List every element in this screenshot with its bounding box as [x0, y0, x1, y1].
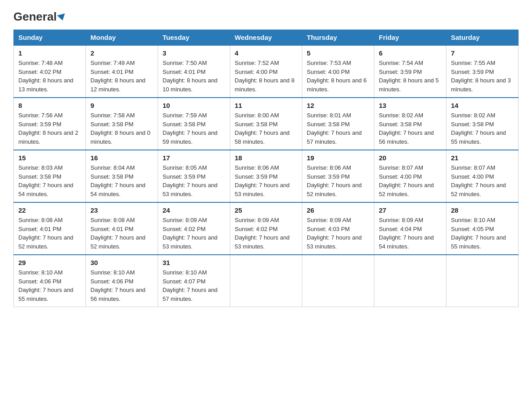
day-cell: 25Sunrise: 8:09 AMSunset: 4:02 PMDayligh…: [230, 202, 302, 255]
day-cell: 8Sunrise: 7:56 AMSunset: 3:59 PMDaylight…: [14, 98, 86, 150]
day-info: Sunrise: 8:09 AMSunset: 4:02 PMDaylight:…: [163, 216, 225, 251]
day-info: Sunrise: 8:02 AMSunset: 3:58 PMDaylight:…: [379, 111, 442, 146]
day-cell: 13Sunrise: 8:02 AMSunset: 3:58 PMDayligh…: [374, 98, 446, 150]
day-number: 4: [235, 49, 297, 57]
day-cell: [230, 255, 302, 307]
day-cell: 18Sunrise: 8:06 AMSunset: 3:59 PMDayligh…: [230, 150, 302, 202]
day-info: Sunrise: 7:50 AMSunset: 4:01 PMDaylight:…: [163, 59, 225, 94]
day-number: 30: [90, 259, 153, 266]
day-info: Sunrise: 8:00 AMSunset: 3:58 PMDaylight:…: [235, 111, 297, 146]
day-info: Sunrise: 8:08 AMSunset: 4:01 PMDaylight:…: [90, 216, 153, 251]
logo-triangle-icon: [57, 13, 66, 21]
day-cell: 26Sunrise: 8:09 AMSunset: 4:03 PMDayligh…: [302, 202, 374, 255]
day-info: Sunrise: 7:56 AMSunset: 3:59 PMDaylight:…: [18, 111, 81, 146]
day-info: Sunrise: 7:48 AMSunset: 4:02 PMDaylight:…: [18, 59, 81, 94]
day-number: 17: [163, 154, 225, 162]
day-info: Sunrise: 7:54 AMSunset: 3:59 PMDaylight:…: [379, 59, 442, 94]
logo: General: [13, 11, 66, 22]
day-info: Sunrise: 8:10 AMSunset: 4:06 PMDaylight:…: [18, 268, 81, 303]
column-header-saturday: Saturday: [446, 30, 519, 46]
day-cell: 10Sunrise: 7:59 AMSunset: 3:58 PMDayligh…: [158, 98, 230, 150]
day-cell: 29Sunrise: 8:10 AMSunset: 4:06 PMDayligh…: [14, 255, 86, 307]
day-cell: 27Sunrise: 8:09 AMSunset: 4:04 PMDayligh…: [374, 202, 446, 255]
day-cell: 23Sunrise: 8:08 AMSunset: 4:01 PMDayligh…: [86, 202, 158, 255]
day-info: Sunrise: 8:09 AMSunset: 4:04 PMDaylight:…: [379, 216, 442, 251]
column-header-monday: Monday: [86, 30, 158, 46]
day-info: Sunrise: 7:58 AMSunset: 3:58 PMDaylight:…: [90, 111, 153, 146]
day-info: Sunrise: 8:09 AMSunset: 4:02 PMDaylight:…: [235, 216, 297, 251]
day-number: 19: [307, 154, 369, 162]
day-number: 9: [90, 102, 153, 109]
day-info: Sunrise: 7:52 AMSunset: 4:00 PMDaylight:…: [235, 59, 297, 94]
day-cell: [302, 255, 374, 307]
day-info: Sunrise: 8:04 AMSunset: 3:58 PMDaylight:…: [90, 163, 153, 198]
day-info: Sunrise: 8:09 AMSunset: 4:03 PMDaylight:…: [307, 216, 369, 251]
day-number: 21: [451, 154, 514, 162]
week-row-4: 22Sunrise: 8:08 AMSunset: 4:01 PMDayligh…: [14, 202, 519, 255]
day-cell: 1Sunrise: 7:48 AMSunset: 4:02 PMDaylight…: [14, 45, 86, 98]
day-number: 18: [235, 154, 297, 162]
day-cell: 2Sunrise: 7:49 AMSunset: 4:01 PMDaylight…: [86, 45, 158, 98]
day-info: Sunrise: 8:10 AMSunset: 4:07 PMDaylight:…: [163, 268, 225, 303]
day-info: Sunrise: 8:05 AMSunset: 3:59 PMDaylight:…: [163, 163, 225, 198]
day-number: 27: [379, 206, 442, 214]
day-info: Sunrise: 8:06 AMSunset: 3:59 PMDaylight:…: [235, 163, 297, 198]
day-number: 7: [451, 49, 514, 57]
day-cell: 30Sunrise: 8:10 AMSunset: 4:06 PMDayligh…: [86, 255, 158, 307]
day-cell: 21Sunrise: 8:07 AMSunset: 4:00 PMDayligh…: [446, 150, 519, 202]
day-number: 3: [163, 49, 225, 57]
day-info: Sunrise: 8:10 AMSunset: 4:06 PMDaylight:…: [90, 268, 153, 303]
day-cell: 17Sunrise: 8:05 AMSunset: 3:59 PMDayligh…: [158, 150, 230, 202]
day-cell: 28Sunrise: 8:10 AMSunset: 4:05 PMDayligh…: [446, 202, 519, 255]
day-info: Sunrise: 7:55 AMSunset: 3:59 PMDaylight:…: [451, 59, 514, 94]
day-number: 10: [163, 102, 225, 109]
day-cell: 31Sunrise: 8:10 AMSunset: 4:07 PMDayligh…: [158, 255, 230, 307]
week-row-1: 1Sunrise: 7:48 AMSunset: 4:02 PMDaylight…: [14, 45, 519, 98]
day-cell: 15Sunrise: 8:03 AMSunset: 3:58 PMDayligh…: [14, 150, 86, 202]
day-number: 11: [235, 102, 297, 109]
day-info: Sunrise: 8:02 AMSunset: 3:58 PMDaylight:…: [451, 111, 514, 146]
day-info: Sunrise: 8:06 AMSunset: 3:59 PMDaylight:…: [307, 163, 369, 198]
day-number: 6: [379, 49, 442, 57]
day-info: Sunrise: 8:01 AMSunset: 3:58 PMDaylight:…: [307, 111, 369, 146]
day-number: 8: [18, 102, 81, 109]
column-header-friday: Friday: [374, 30, 446, 46]
day-cell: 14Sunrise: 8:02 AMSunset: 3:58 PMDayligh…: [446, 98, 519, 150]
column-header-wednesday: Wednesday: [230, 30, 302, 46]
day-number: 29: [18, 259, 81, 266]
day-cell: 5Sunrise: 7:53 AMSunset: 4:00 PMDaylight…: [302, 45, 374, 98]
day-cell: 7Sunrise: 7:55 AMSunset: 3:59 PMDaylight…: [446, 45, 519, 98]
week-row-2: 8Sunrise: 7:56 AMSunset: 3:59 PMDaylight…: [14, 98, 519, 150]
column-header-thursday: Thursday: [302, 30, 374, 46]
week-row-3: 15Sunrise: 8:03 AMSunset: 3:58 PMDayligh…: [14, 150, 519, 202]
day-cell: 24Sunrise: 8:09 AMSunset: 4:02 PMDayligh…: [158, 202, 230, 255]
day-cell: 3Sunrise: 7:50 AMSunset: 4:01 PMDaylight…: [158, 45, 230, 98]
day-cell: 11Sunrise: 8:00 AMSunset: 3:58 PMDayligh…: [230, 98, 302, 150]
day-info: Sunrise: 8:08 AMSunset: 4:01 PMDaylight:…: [18, 216, 81, 251]
day-info: Sunrise: 8:10 AMSunset: 4:05 PMDaylight:…: [451, 216, 514, 251]
day-cell: 22Sunrise: 8:08 AMSunset: 4:01 PMDayligh…: [14, 202, 86, 255]
day-info: Sunrise: 8:03 AMSunset: 3:58 PMDaylight:…: [18, 163, 81, 198]
calendar-header-row: SundayMondayTuesdayWednesdayThursdayFrid…: [14, 30, 519, 46]
day-number: 13: [379, 102, 442, 109]
day-info: Sunrise: 8:07 AMSunset: 4:00 PMDaylight:…: [379, 163, 442, 198]
day-number: 25: [235, 206, 297, 214]
column-header-sunday: Sunday: [14, 30, 86, 46]
day-number: 26: [307, 206, 369, 214]
day-info: Sunrise: 7:53 AMSunset: 4:00 PMDaylight:…: [307, 59, 369, 94]
day-cell: 20Sunrise: 8:07 AMSunset: 4:00 PMDayligh…: [374, 150, 446, 202]
header: General: [13, 11, 519, 22]
day-number: 22: [18, 206, 81, 214]
calendar-table: SundayMondayTuesdayWednesdayThursdayFrid…: [13, 30, 519, 307]
day-number: 23: [90, 206, 153, 214]
day-number: 14: [451, 102, 514, 109]
day-cell: [374, 255, 446, 307]
day-cell: 9Sunrise: 7:58 AMSunset: 3:58 PMDaylight…: [86, 98, 158, 150]
day-number: 24: [163, 206, 225, 214]
day-cell: 16Sunrise: 8:04 AMSunset: 3:58 PMDayligh…: [86, 150, 158, 202]
day-cell: 4Sunrise: 7:52 AMSunset: 4:00 PMDaylight…: [230, 45, 302, 98]
day-number: 1: [18, 49, 81, 57]
day-cell: [446, 255, 519, 307]
day-cell: 12Sunrise: 8:01 AMSunset: 3:58 PMDayligh…: [302, 98, 374, 150]
day-number: 20: [379, 154, 442, 162]
